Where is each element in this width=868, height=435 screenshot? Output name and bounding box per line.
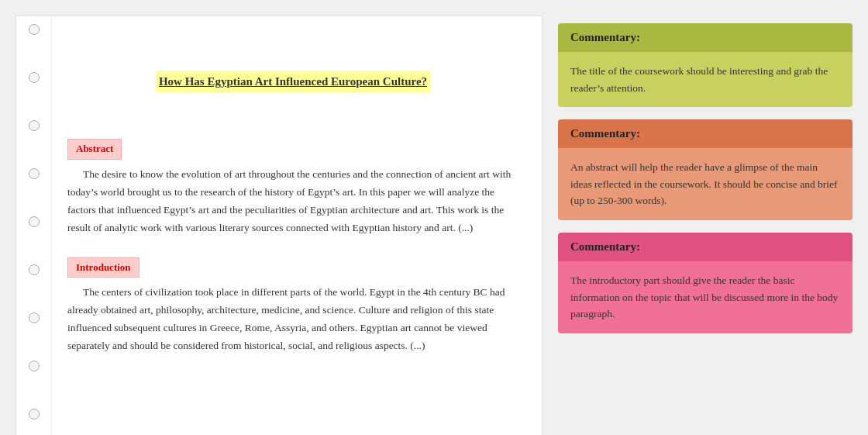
commentary-2-header: Commentary: <box>558 119 852 148</box>
bullet-5 <box>29 216 40 227</box>
commentary-3-body: The introductory part should give the re… <box>558 261 852 333</box>
bullet-2 <box>29 72 40 83</box>
bullet-3 <box>29 120 40 131</box>
abstract-label: Abstract <box>67 139 122 160</box>
commentary-card-1: Commentary: The title of the coursework … <box>558 23 852 107</box>
commentary-panel: Commentary: The title of the coursework … <box>558 16 852 435</box>
commentary-card-2: Commentary: An abstract will help the re… <box>558 119 852 220</box>
bullet-7 <box>29 312 40 323</box>
bullet-8 <box>29 361 40 371</box>
bullet-4 <box>29 168 40 179</box>
bullet-9 <box>29 409 40 419</box>
document-panel: How Has Egyptian Art Influenced European… <box>16 16 542 435</box>
introduction-section: Introduction The centers of civilization… <box>67 245 518 356</box>
doc-title-wrapper: How Has Egyptian Art Influenced European… <box>67 32 518 111</box>
bullet-1 <box>29 24 40 35</box>
commentary-3-header: Commentary: <box>558 233 852 261</box>
bullet-6 <box>29 264 40 275</box>
introduction-text: The centers of civilization took place i… <box>67 284 518 355</box>
abstract-text: The desire to know the evolution of art … <box>67 166 518 237</box>
doc-content: How Has Egyptian Art Influenced European… <box>52 16 542 435</box>
commentary-1-body: The title of the coursework should be in… <box>558 52 852 107</box>
commentary-1-header: Commentary: <box>558 23 852 52</box>
doc-title: How Has Egyptian Art Influenced European… <box>156 71 430 92</box>
introduction-label: Introduction <box>67 257 140 278</box>
commentary-card-3: Commentary: The introductory part should… <box>558 233 852 333</box>
commentary-2-body: An abstract will help the reader have a … <box>558 148 852 220</box>
abstract-section: Abstract The desire to know the evolutio… <box>67 126 518 237</box>
bullets-column <box>16 16 52 435</box>
